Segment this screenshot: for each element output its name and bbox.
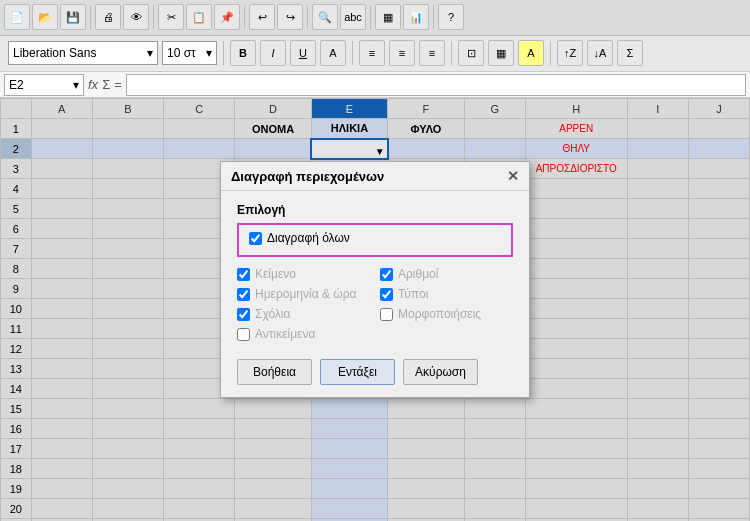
help-button[interactable]: Βοήθεια [237,359,312,385]
text-label[interactable]: Κείμενο [255,267,296,281]
dialog-body: Επιλογή Διαγραφή όλων Κείμενο Αριθμοί [221,191,529,397]
table-icon[interactable]: ▦ [375,4,401,30]
sep2 [153,5,154,29]
font-name-label: Liberation Sans [13,46,96,60]
types-checkbox[interactable] [380,288,393,301]
font-dropdown-icon[interactable]: ▾ [147,46,153,60]
font-name-box[interactable]: Liberation Sans ▾ [8,41,158,65]
cancel-button[interactable]: Ακύρωση [403,359,478,385]
comments-row: Σχόλια [237,307,370,321]
formula-icons: fx Σ = [88,77,122,92]
numbers-label[interactable]: Αριθμοί [398,267,438,281]
dialog-close-button[interactable]: ✕ [507,168,519,184]
numbers-row: Αριθμοί [380,267,513,281]
dialog-title-label: Διαγραφή περιεχομένων [231,169,384,184]
autosum-button[interactable]: Σ [617,40,643,66]
merge-button[interactable]: ⊡ [458,40,484,66]
border-button[interactable]: ▦ [488,40,514,66]
sep3 [244,5,245,29]
objects-label[interactable]: Αντικείμενα [255,327,315,341]
redo-icon[interactable]: ↪ [277,4,303,30]
print-icon[interactable]: 🖨 [95,4,121,30]
types-row: Τύποι [380,287,513,301]
sep1 [90,5,91,29]
sum-label: Σ [102,77,110,92]
highlight-button[interactable]: A [518,40,544,66]
undo-icon[interactable]: ↩ [249,4,275,30]
text-checkbox[interactable] [237,268,250,281]
formula-input[interactable] [126,74,746,96]
cell-ref-label: E2 [9,78,24,92]
sep8 [352,41,353,65]
font-color-button[interactable]: A [320,40,346,66]
ok-button[interactable]: Εντάξει [320,359,395,385]
types-label[interactable]: Τύποι [398,287,428,301]
comments-checkbox[interactable] [237,308,250,321]
datetime-checkbox[interactable] [237,288,250,301]
delete-contents-dialog: Διαγραφή περιεχομένων ✕ Επιλογή Διαγραφή… [220,161,530,398]
spreadsheet-area: A B C D E F G H I J 1 ΟΝΟΜΑ ΗΛΙΚΙΑ ΦΥΛΟ [0,98,750,521]
sort-asc-button[interactable]: ↑Z [557,40,583,66]
sep7 [223,41,224,65]
datetime-row: Ημερομηνία & ώρα [237,287,370,301]
size-dropdown-icon[interactable]: ▾ [206,46,212,60]
align-center-button[interactable]: ≡ [389,40,415,66]
delete-all-group: Διαγραφή όλων [237,223,513,257]
cell-reference-box[interactable]: E2 ▾ [4,74,84,96]
formats-checkbox[interactable] [380,308,393,321]
dialog-buttons: Βοήθεια Εντάξει Ακύρωση [237,353,513,385]
underline-button[interactable]: U [290,40,316,66]
save-icon[interactable]: 💾 [60,4,86,30]
group-label: Επιλογή [237,203,513,217]
cell-ref-dropdown[interactable]: ▾ [73,78,79,92]
formula-bar: E2 ▾ fx Σ = [0,72,750,98]
open-icon[interactable]: 📂 [32,4,58,30]
delete-all-checkbox[interactable] [249,232,262,245]
delete-all-label[interactable]: Διαγραφή όλων [267,231,350,245]
font-size-label: 10 στ [167,46,196,60]
preview-icon[interactable]: 👁 [123,4,149,30]
new-icon[interactable]: 📄 [4,4,30,30]
align-right-button[interactable]: ≡ [419,40,445,66]
chart-icon[interactable]: 📊 [403,4,429,30]
spell-icon[interactable]: abc [340,4,366,30]
comments-label[interactable]: Σχόλια [255,307,290,321]
cut-icon[interactable]: ✂ [158,4,184,30]
objects-row: Αντικείμενα [237,327,370,341]
font-size-box[interactable]: 10 στ ▾ [162,41,217,65]
fx-label: fx [88,77,98,92]
text-row: Κείμενο [237,267,370,281]
toolbar-row2: Liberation Sans ▾ 10 στ ▾ B I U A ≡ ≡ ≡ … [0,36,750,71]
align-left-button[interactable]: ≡ [359,40,385,66]
find-icon[interactable]: 🔍 [312,4,338,30]
objects-checkbox[interactable] [237,328,250,341]
dialog-overlay: Διαγραφή περιεχομένων ✕ Επιλογή Διαγραφή… [0,98,750,521]
datetime-label[interactable]: Ημερομηνία & ώρα [255,287,356,301]
sort-desc-button[interactable]: ↓A [587,40,613,66]
options-grid: Κείμενο Αριθμοί Ημερομηνία & ώρα Τύποι [237,267,513,345]
sep10 [550,41,551,65]
copy-icon[interactable]: 📋 [186,4,212,30]
sep4 [307,5,308,29]
formats-row: Μορφοποιήσεις [380,307,513,321]
sep6 [433,5,434,29]
formats-label[interactable]: Μορφοποιήσεις [398,307,481,321]
help-icon[interactable]: ? [438,4,464,30]
numbers-checkbox[interactable] [380,268,393,281]
bold-button[interactable]: B [230,40,256,66]
equals-label: = [114,77,122,92]
paste-icon[interactable]: 📌 [214,4,240,30]
toolbar-row1: 📄 📂 💾 🖨 👁 ✂ 📋 📌 ↩ ↪ 🔍 abc ▦ 📊 ? [0,0,750,36]
delete-all-row: Διαγραφή όλων [249,231,501,245]
sep9 [451,41,452,65]
dialog-title-bar: Διαγραφή περιεχομένων ✕ [221,162,529,191]
italic-button[interactable]: I [260,40,286,66]
sep5 [370,5,371,29]
